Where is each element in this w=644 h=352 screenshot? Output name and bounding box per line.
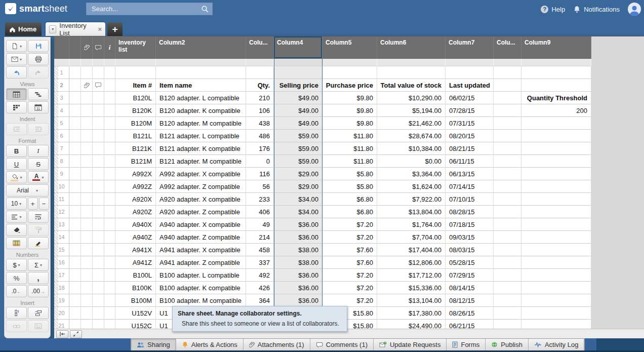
cell-item[interactable] [115,66,156,79]
column-header-info[interactable]: i [104,36,115,59]
thousands-separator-button[interactable]: , [28,272,49,284]
tab-add-button[interactable]: + [107,22,123,36]
cell-updated[interactable]: 09/03/15 [446,231,494,244]
cell-info[interactable] [104,180,115,193]
cell-blank[interactable] [69,218,81,231]
cell-updated[interactable]: Last updated [446,79,494,92]
cell-info[interactable] [104,130,115,142]
cell-selling[interactable]: $49.00 [274,104,323,117]
cell-col9[interactable] [521,256,591,269]
cell-col8[interactable] [494,66,521,79]
cell-col9[interactable]: Quantity Threshold [521,92,591,104]
tab-home[interactable]: Home [5,22,42,36]
cell-rownum[interactable]: 7 [54,142,69,155]
cell-total[interactable]: $5,194.00 [377,104,446,117]
cell-qty[interactable]: 492 [246,269,274,282]
cell-updated[interactable]: 07/29/15 [446,269,494,282]
cell-name[interactable]: A992 adapter. X compatible [156,168,246,180]
cell-purchase[interactable]: $9.80 [323,104,377,117]
cell-qty[interactable]: 0 [246,155,274,168]
decrease-decimals-button[interactable]: .0← [6,285,27,297]
cell-col9[interactable] [521,320,591,329]
search-icon[interactable] [201,5,209,13]
cell-blank[interactable] [69,79,81,92]
font-family-select[interactable]: Arial ▾ [6,184,49,197]
account-avatar[interactable] [628,3,641,16]
cell-selling[interactable]: $38.00 [274,256,323,269]
smartsheet-logo[interactable]: smartsheet [5,3,67,14]
filter-cell-clip[interactable] [81,59,93,66]
cell-comment[interactable] [93,180,104,193]
filter-cell-updated[interactable] [446,59,494,66]
cell-comment[interactable] [93,79,104,92]
cell-clip[interactable] [81,66,93,79]
cell-col8[interactable] [494,269,521,282]
cell-comment[interactable] [93,244,104,256]
cell-clip[interactable] [81,142,93,155]
cell-clip[interactable] [81,155,93,168]
cell-selling[interactable]: $36.00 [274,294,323,307]
clear-format-button[interactable] [6,224,27,236]
cell-rownum[interactable]: 15 [54,244,69,256]
cell-col8[interactable] [494,180,521,193]
cell-col9[interactable] [521,231,591,244]
cell-clip[interactable] [81,117,93,130]
cell-item[interactable]: A940X [115,218,156,231]
cell-item[interactable]: B121K [115,142,156,155]
cell-clip[interactable] [81,79,93,92]
font-color-button[interactable]: A ▾ [28,171,49,183]
sum-button[interactable]: Σ ▾ [28,259,49,271]
cell-qty[interactable] [246,66,274,79]
cell-info[interactable] [104,231,115,244]
cell-total[interactable]: $13,104.00 [377,294,446,307]
cell-updated[interactable]: 06/13/15 [446,168,494,180]
increase-font-button[interactable]: + [28,198,38,210]
cell-qty[interactable]: 426 [246,282,274,294]
cell-info[interactable] [104,92,115,104]
cell-updated[interactable] [446,66,494,79]
cell-comment[interactable] [93,92,104,104]
cell-comment[interactable] [93,130,104,142]
cell-rownum[interactable]: 6 [54,130,69,142]
cell-item[interactable]: A941Z [115,256,156,269]
redo-button[interactable] [28,66,49,79]
cell-rownum[interactable]: 12 [54,206,69,218]
cell-col9[interactable] [521,168,591,180]
cell-selling[interactable]: $38.00 [274,244,323,256]
italic-button[interactable]: I [28,145,49,157]
cell-total[interactable]: $28,674.00 [377,130,446,142]
cell-col9[interactable]: 200 [521,104,591,117]
cell-updated[interactable]: 06/21/15 [446,320,494,329]
cell-qty[interactable]: 56 [246,180,274,193]
grid-view-button[interactable] [6,88,27,100]
cell-col9[interactable] [521,66,591,79]
cell-selling[interactable]: $36.00 [274,269,323,282]
cell-item[interactable]: B100L [115,269,156,282]
cell-qty[interactable]: 214 [246,231,274,244]
column-header-updated[interactable]: Column7 [446,36,494,59]
cell-qty[interactable]: 233 [246,193,274,206]
cell-selling[interactable]: $29.00 [274,180,323,193]
cell-clip[interactable] [81,218,93,231]
cell-col8[interactable] [494,104,521,117]
cell-selling[interactable]: $34.00 [274,206,323,218]
column-header-purchase[interactable]: Column5 [323,36,377,59]
cell-purchase[interactable]: $9.80 [323,117,377,130]
cell-info[interactable] [104,244,115,256]
cell-selling[interactable] [274,66,323,79]
cell-total[interactable]: $13,804.00 [377,206,446,218]
cell-purchase[interactable]: $5.80 [323,180,377,193]
column-header-clip[interactable] [81,36,93,59]
cell-clip[interactable] [81,294,93,307]
cell-col9[interactable] [521,180,591,193]
cell-rownum[interactable]: 5 [54,117,69,130]
cell-blank[interactable] [69,294,81,307]
cell-rownum[interactable]: 9 [54,168,69,180]
cell-blank[interactable] [69,206,81,218]
cell-col8[interactable] [494,320,521,329]
insert-row-button[interactable] [6,307,27,319]
cell-info[interactable] [104,294,115,307]
alerts-actions-tab[interactable]: Alerts & Actions [176,339,244,350]
filter-cell-comment[interactable] [93,59,104,66]
filter-cell-name[interactable] [156,59,246,66]
